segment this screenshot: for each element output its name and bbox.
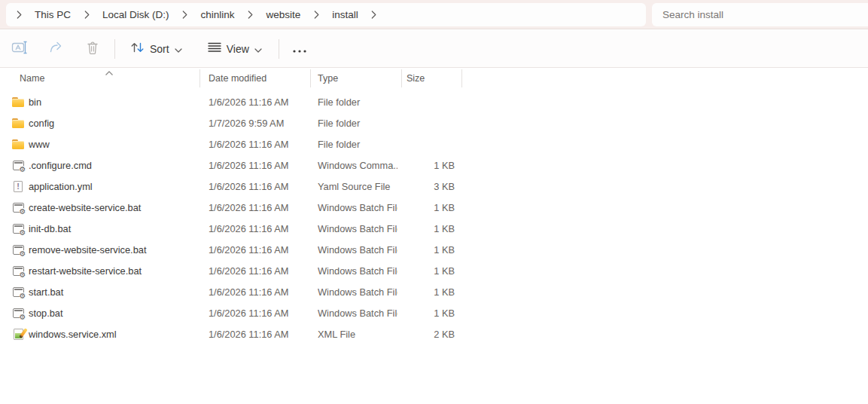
sort-button[interactable]: Sort <box>121 36 191 62</box>
chevron-down-icon <box>175 43 182 55</box>
file-size: 1 KB <box>391 197 455 218</box>
file-size: 1 KB <box>391 155 455 176</box>
breadcrumb-item[interactable]: Local Disk (D:) <box>95 7 177 23</box>
file-type: XML File <box>318 323 397 344</box>
column-header-size[interactable]: Size <box>402 68 461 89</box>
breadcrumb: This PC Local Disk (D:) chinlink website… <box>6 3 646 26</box>
column-header-type-label: Type <box>318 73 338 84</box>
search-box[interactable] <box>652 3 868 26</box>
batch-icon <box>13 245 24 255</box>
file-size: 2 KB <box>391 323 455 344</box>
share-button[interactable] <box>42 36 69 62</box>
file-date-modified: 1/6/2026 11:16 AM <box>209 133 308 155</box>
delete-button[interactable] <box>79 36 106 62</box>
file-type: Yaml Source File <box>318 176 397 197</box>
file-type: Windows Comma... <box>318 155 397 176</box>
file-size <box>391 91 455 112</box>
view-icon <box>208 42 221 55</box>
file-name: create-website-service.bat <box>29 197 197 218</box>
table-row[interactable]: bin 1/6/2026 11:16 AM File folder <box>0 91 868 112</box>
table-row[interactable]: restart-website-service.bat 1/6/2026 11:… <box>0 260 868 281</box>
batch-icon <box>13 161 24 170</box>
column-header-date-modified[interactable]: Date modified <box>200 68 309 89</box>
file-type: Windows Batch File <box>318 281 397 302</box>
breadcrumb-item[interactable]: install <box>324 7 366 23</box>
see-more-button[interactable] <box>286 36 313 62</box>
column-header-row: Name Date modified Type Size <box>0 68 868 89</box>
sort-button-label: Sort <box>150 43 169 54</box>
file-explorer-window: This PC Local Disk (D:) chinlink website… <box>0 0 868 404</box>
chevron-right-icon[interactable] <box>366 7 382 23</box>
folder-icon <box>12 139 24 149</box>
column-header-name-label: Name <box>20 73 44 84</box>
chevron-right-icon[interactable] <box>242 7 259 23</box>
batch-icon <box>13 203 24 213</box>
file-name: application.yml <box>29 176 197 197</box>
table-row[interactable]: www 1/6/2026 11:16 AM File folder <box>0 133 868 155</box>
file-size <box>391 112 455 133</box>
table-row[interactable]: stop.bat 1/6/2026 11:16 AM Windows Batch… <box>0 302 868 323</box>
rename-icon <box>11 40 28 57</box>
file-name: stop.bat <box>29 302 197 323</box>
search-input[interactable] <box>652 9 868 20</box>
file-date-modified: 1/6/2026 11:16 AM <box>209 260 308 281</box>
file-date-modified: 1/6/2026 11:16 AM <box>209 176 308 197</box>
chevron-right-icon[interactable] <box>78 7 95 23</box>
column-separator[interactable] <box>461 69 462 87</box>
toolbar-divider <box>279 39 279 59</box>
sort-icon <box>130 41 145 56</box>
file-size: 1 KB <box>391 218 455 239</box>
batch-icon <box>13 224 24 234</box>
table-row[interactable]: windows.service.xml 1/6/2026 11:16 AM XM… <box>0 323 868 344</box>
table-row[interactable]: config 1/7/2026 9:59 AM File folder <box>0 112 868 133</box>
toolbar: Sort View <box>0 30 868 68</box>
file-name: init-db.bat <box>29 218 197 239</box>
column-header-size-label: Size <box>407 73 425 84</box>
list-empty-area[interactable] <box>0 344 868 404</box>
folder-icon <box>12 97 24 107</box>
file-name: .configure.cmd <box>29 155 197 176</box>
toolbar-divider <box>114 39 115 59</box>
ellipsis-icon <box>292 43 307 55</box>
chevron-down-icon <box>254 43 262 55</box>
chevron-right-icon[interactable] <box>11 7 27 23</box>
file-type: File folder <box>318 91 397 112</box>
file-size: 1 KB <box>391 281 455 302</box>
rename-button[interactable] <box>6 36 33 62</box>
share-icon <box>48 40 63 57</box>
file-date-modified: 1/6/2026 11:16 AM <box>209 91 308 112</box>
column-header-date-label: Date modified <box>209 73 266 84</box>
breadcrumb-item[interactable]: website <box>259 7 309 23</box>
table-row[interactable]: remove-website-service.bat 1/6/2026 11:1… <box>0 239 868 260</box>
file-name: config <box>29 112 197 133</box>
address-bar: This PC Local Disk (D:) chinlink website… <box>0 0 868 29</box>
chevron-right-icon[interactable] <box>177 7 193 23</box>
file-type: Windows Batch File <box>318 302 397 323</box>
view-button[interactable]: View <box>199 36 271 62</box>
chevron-right-icon[interactable] <box>308 7 324 23</box>
file-name: restart-website-service.bat <box>29 260 197 281</box>
file-list: bin 1/6/2026 11:16 AM File folder config… <box>0 91 868 344</box>
column-header-name[interactable]: Name <box>12 68 197 89</box>
file-name: remove-website-service.bat <box>29 239 197 260</box>
file-type: File folder <box>318 112 397 133</box>
batch-icon <box>13 308 24 318</box>
file-size: 3 KB <box>391 176 455 197</box>
table-row[interactable]: start.bat 1/6/2026 11:16 AM Windows Batc… <box>0 281 868 302</box>
file-type: File folder <box>318 133 397 155</box>
breadcrumb-item[interactable]: This PC <box>27 7 78 23</box>
file-name: bin <box>29 91 197 112</box>
breadcrumb-item[interactable]: chinlink <box>193 7 242 23</box>
file-date-modified: 1/6/2026 11:16 AM <box>209 218 308 239</box>
table-row[interactable]: create-website-service.bat 1/6/2026 11:1… <box>0 197 868 218</box>
file-size: 1 KB <box>391 260 455 281</box>
table-row[interactable]: .configure.cmd 1/6/2026 11:16 AM Windows… <box>0 155 868 176</box>
table-row[interactable]: init-db.bat 1/6/2026 11:16 AM Windows Ba… <box>0 218 868 239</box>
yaml-icon <box>14 181 23 192</box>
column-header-type[interactable]: Type <box>311 68 400 89</box>
trash-icon <box>86 40 99 57</box>
file-type: Windows Batch File <box>318 260 397 281</box>
file-name: start.bat <box>29 281 197 302</box>
file-type: Windows Batch File <box>318 239 397 260</box>
table-row[interactable]: application.yml 1/6/2026 11:16 AM Yaml S… <box>0 176 868 197</box>
